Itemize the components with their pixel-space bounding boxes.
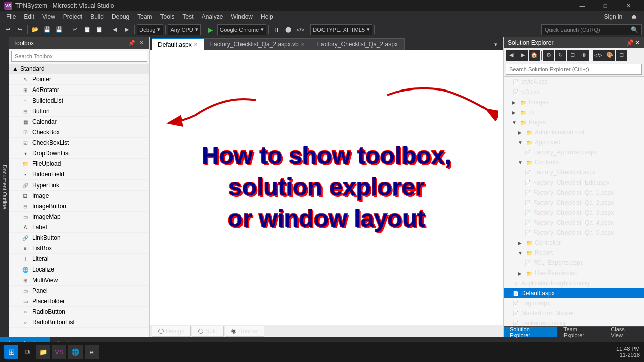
tree-item-approved[interactable]: ▼📁Approved [504, 137, 644, 147]
taskbar-file-explorer[interactable]: 📁 [36, 345, 50, 359]
browser-dropdown[interactable]: Google Chrome ▾ [217, 24, 267, 35]
toolbox-item-linkbutton[interactable]: 🔗LinkButton [9, 233, 149, 243]
redo-button[interactable]: ↪ [14, 24, 25, 35]
toolbox-item-adrotator[interactable]: ⊞AdRotator [9, 85, 149, 96]
menu-build[interactable]: Build [86, 12, 108, 21]
start-debug-button[interactable]: ▶ [205, 24, 216, 35]
toolbox-item-dropdownlist[interactable]: ▾DropDownList [9, 148, 149, 159]
toolbox-pin-button[interactable]: 📌 [127, 39, 137, 47]
editor-content[interactable]: How to show toolbox, solution explorer o… [150, 50, 503, 325]
se-search-input[interactable] [506, 64, 642, 75]
tab-close-default[interactable]: ✕ [194, 42, 198, 47]
tree-item-masterform[interactable]: 📄MasterForm.Master [504, 308, 644, 318]
tree-item-factory-approved[interactable]: 📄Factory_Approved.aspx [504, 147, 644, 157]
paste-button[interactable]: 📋 [94, 24, 105, 35]
breakpoint-button[interactable]: ⬤ [283, 24, 294, 35]
toolbox-item-hiddenfield[interactable]: ▪HiddenField [9, 169, 149, 180]
se-back-button[interactable]: ◀ [506, 50, 517, 61]
toolbox-item-label[interactable]: ALabel [9, 222, 149, 233]
debug-config-dropdown[interactable]: Debug ▾ [137, 24, 163, 35]
taskbar-vs[interactable]: VS [52, 345, 66, 359]
menu-help[interactable]: Help [257, 12, 277, 21]
toolbox-item-imagemap[interactable]: ▭ImageMap [9, 212, 149, 222]
tree-item-controller[interactable]: ▶📁Controller [504, 238, 644, 248]
toolbox-close-button[interactable]: ✕ [138, 39, 145, 47]
se-refresh-button[interactable]: ↻ [555, 50, 566, 61]
menu-analyze[interactable]: Analyze [198, 12, 227, 21]
toolbox-item-pointer[interactable]: ↖Pointer [9, 74, 149, 85]
toolbox-item-radiobuttonlist[interactable]: ○RadioButtonList [9, 317, 149, 328]
tab-close-qa2vb[interactable]: ✕ [301, 42, 305, 47]
tree-item-packages[interactable]: 📄packages.config [504, 318, 644, 326]
tab-arrow-button[interactable]: ▾ [490, 39, 501, 50]
tree-item-style4[interactable]: 📄style4.css [504, 77, 644, 87]
se-home-button[interactable]: 🏠 [529, 50, 540, 61]
tree-item-w3[interactable]: 📄w3.css [504, 87, 644, 97]
se-collapse-button[interactable]: ⊟ [567, 50, 578, 61]
tree-item-appinsights[interactable]: ⚙ApplicationInsights.config [504, 278, 644, 288]
tree-item-pages[interactable]: ▼📁Pages [504, 117, 644, 127]
toolbox-item-hyperlink[interactable]: 🔗HyperLink [9, 180, 149, 191]
tree-item-checklist-qa2[interactable]: 📄Factory_Checklist_Qa_2.aspx [504, 198, 644, 208]
toolbox-item-checkbox[interactable]: ☑CheckBox [9, 127, 149, 138]
tree-item-js[interactable]: ▶📁Js [504, 107, 644, 117]
open-file-button[interactable]: 📂 [30, 24, 41, 35]
doctype-dropdown[interactable]: DOCTYPE: XHTML5 ▾ [310, 24, 372, 35]
maximize-button[interactable]: □ [594, 0, 617, 11]
toolbox-item-image[interactable]: 🖼Image [9, 191, 149, 201]
taskbar-chrome[interactable]: 🌐 [68, 345, 83, 359]
se-tab-team-explorer[interactable]: Team Explorer [557, 327, 605, 337]
tab-factory-qa2-vb[interactable]: Factory_Checklist_Qa_2.aspx.vb ✕ [204, 38, 311, 50]
toolbox-item-localize[interactable]: 🌐Localize [9, 264, 149, 275]
menu-edit[interactable]: Edit [20, 12, 38, 21]
close-button[interactable]: ✕ [617, 0, 640, 11]
tree-item-checklist[interactable]: 📄Factory_Checklist.aspx [504, 167, 644, 177]
tree-item-report[interactable]: ▼📁Report [504, 248, 644, 258]
start-button[interactable]: ⊞ [4, 345, 18, 359]
menu-tools[interactable]: Tools [156, 12, 179, 21]
taskview-button[interactable]: ⧉ [20, 345, 34, 359]
back-button[interactable]: ◀ [109, 24, 120, 35]
se-view-code-button[interactable]: </> [593, 50, 604, 61]
se-show-all-button[interactable]: 👁 [578, 50, 589, 61]
tree-item-userpermission[interactable]: ▶📁UserPermission [504, 268, 644, 278]
split-tab[interactable]: Split [192, 326, 223, 337]
toolbox-item-listbox[interactable]: ≡ListBox [9, 243, 149, 254]
minimize-button[interactable]: — [571, 0, 594, 11]
se-designer-button[interactable]: 🎨 [604, 50, 615, 61]
tree-item-checklist-qa3[interactable]: 📄Factory_Checklist_Qa_3.aspx [504, 208, 644, 218]
doc-outline-tab[interactable]: Document Outline [0, 37, 9, 337]
toolbox-item-literal[interactable]: TLiteral [9, 254, 149, 264]
tree-item-checklist-qa4[interactable]: 📄Factory_Checklist_Qa_4.aspx [504, 218, 644, 228]
menu-test[interactable]: Test [179, 12, 198, 21]
toolbox-item-placeholder[interactable]: ▭PlaceHolder [9, 296, 149, 307]
menu-view[interactable]: View [38, 12, 59, 21]
menu-debug[interactable]: Debug [108, 12, 133, 21]
tab-default-aspx[interactable]: Default.aspx ✕ [152, 38, 204, 50]
se-pin-button[interactable]: 📌 [626, 39, 634, 46]
toolbox-item-checkboxlist[interactable]: ☑CheckBoxList [9, 138, 149, 148]
menu-team[interactable]: Team [133, 12, 156, 21]
sign-in-button[interactable]: Sign in [600, 12, 627, 21]
feedback-icon[interactable]: ☻ [626, 12, 642, 22]
tree-item-admintool[interactable]: ▶📁AdministrationTool [504, 127, 644, 137]
forward-button[interactable]: ▶ [121, 24, 132, 35]
copy-button[interactable]: 📋 [82, 24, 93, 35]
se-forward-button[interactable]: ▶ [517, 50, 528, 61]
platform-dropdown[interactable]: Any CPU ▾ [168, 24, 200, 35]
toolbox-item-imagebutton[interactable]: ⊟ImageButton [9, 201, 149, 212]
source-tab[interactable]: Source [225, 326, 264, 337]
se-filter-button[interactable]: ⊟ [616, 50, 627, 61]
menu-project[interactable]: Project [59, 12, 86, 21]
toolbox-item-multiview[interactable]: ⊞MultiView [9, 275, 149, 286]
se-close-button[interactable]: ✕ [635, 39, 640, 46]
se-tab-class-view[interactable]: Class View [605, 327, 644, 337]
tree-item-checklist-qa5[interactable]: 📄Factory_Checklist_Qa_5.aspx [504, 228, 644, 238]
design-tab[interactable]: Design [152, 326, 191, 337]
code-view-button[interactable]: </> [295, 24, 306, 35]
save-all-button[interactable]: 💾 [54, 24, 65, 35]
tab-factory-qa2[interactable]: Factory_Checklist_Qa_2.aspx [311, 38, 405, 50]
tree-item-contents[interactable]: ▼📁Contents [504, 157, 644, 167]
tree-item-images[interactable]: ▶📁Images [504, 97, 644, 107]
toolbox-item-button[interactable]: ⊟Button [9, 106, 149, 117]
